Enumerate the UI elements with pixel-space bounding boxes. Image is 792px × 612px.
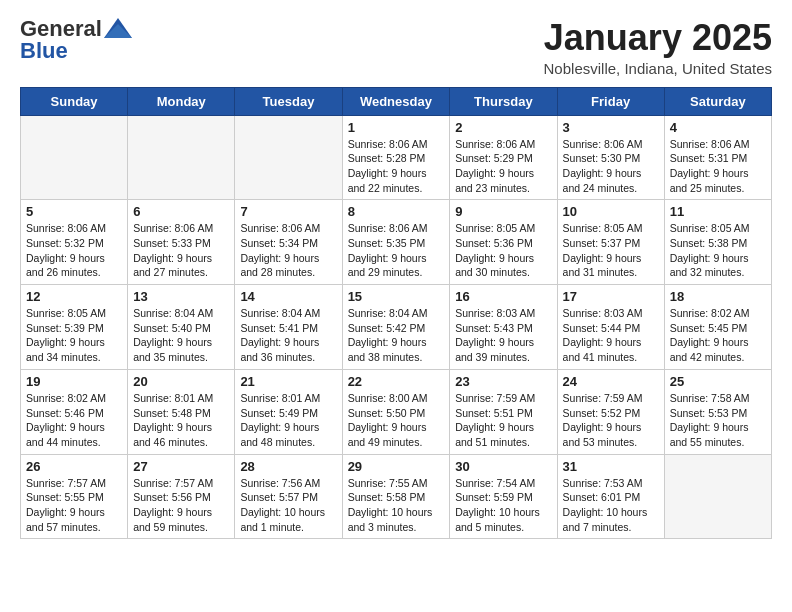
calendar-header-saturday: Saturday (664, 87, 771, 115)
calendar-day-cell: 4Sunrise: 8:06 AMSunset: 5:31 PMDaylight… (664, 115, 771, 200)
calendar-day-cell: 24Sunrise: 7:59 AMSunset: 5:52 PMDayligh… (557, 369, 664, 454)
day-info: Sunrise: 7:53 AMSunset: 6:01 PMDaylight:… (563, 476, 659, 535)
day-info: Sunrise: 8:05 AMSunset: 5:38 PMDaylight:… (670, 221, 766, 280)
day-number: 13 (133, 289, 229, 304)
calendar-day-cell: 2Sunrise: 8:06 AMSunset: 5:29 PMDaylight… (450, 115, 557, 200)
day-number: 3 (563, 120, 659, 135)
day-number: 8 (348, 204, 445, 219)
calendar-day-cell: 17Sunrise: 8:03 AMSunset: 5:44 PMDayligh… (557, 285, 664, 370)
day-info: Sunrise: 8:06 AMSunset: 5:30 PMDaylight:… (563, 137, 659, 196)
day-number: 16 (455, 289, 551, 304)
calendar-header-friday: Friday (557, 87, 664, 115)
day-info: Sunrise: 7:54 AMSunset: 5:59 PMDaylight:… (455, 476, 551, 535)
calendar-day-cell: 11Sunrise: 8:05 AMSunset: 5:38 PMDayligh… (664, 200, 771, 285)
calendar-day-cell: 8Sunrise: 8:06 AMSunset: 5:35 PMDaylight… (342, 200, 450, 285)
calendar-week-row: 5Sunrise: 8:06 AMSunset: 5:32 PMDaylight… (21, 200, 772, 285)
logo-text: General (20, 18, 132, 40)
calendar-header-monday: Monday (128, 87, 235, 115)
day-number: 7 (240, 204, 336, 219)
calendar-day-cell: 25Sunrise: 7:58 AMSunset: 5:53 PMDayligh… (664, 369, 771, 454)
day-info: Sunrise: 8:03 AMSunset: 5:43 PMDaylight:… (455, 306, 551, 365)
calendar-day-cell: 21Sunrise: 8:01 AMSunset: 5:49 PMDayligh… (235, 369, 342, 454)
day-number: 30 (455, 459, 551, 474)
calendar-day-cell: 20Sunrise: 8:01 AMSunset: 5:48 PMDayligh… (128, 369, 235, 454)
calendar-week-row: 19Sunrise: 8:02 AMSunset: 5:46 PMDayligh… (21, 369, 772, 454)
calendar-day-cell (128, 115, 235, 200)
calendar-day-cell (235, 115, 342, 200)
logo-general-text: General (20, 18, 102, 40)
calendar-day-cell: 18Sunrise: 8:02 AMSunset: 5:45 PMDayligh… (664, 285, 771, 370)
day-info: Sunrise: 7:57 AMSunset: 5:56 PMDaylight:… (133, 476, 229, 535)
day-info: Sunrise: 7:59 AMSunset: 5:52 PMDaylight:… (563, 391, 659, 450)
day-info: Sunrise: 8:03 AMSunset: 5:44 PMDaylight:… (563, 306, 659, 365)
calendar-day-cell: 27Sunrise: 7:57 AMSunset: 5:56 PMDayligh… (128, 454, 235, 539)
calendar-week-row: 1Sunrise: 8:06 AMSunset: 5:28 PMDaylight… (21, 115, 772, 200)
calendar-day-cell: 5Sunrise: 8:06 AMSunset: 5:32 PMDaylight… (21, 200, 128, 285)
day-number: 22 (348, 374, 445, 389)
calendar-day-cell: 14Sunrise: 8:04 AMSunset: 5:41 PMDayligh… (235, 285, 342, 370)
calendar-header-sunday: Sunday (21, 87, 128, 115)
day-number: 4 (670, 120, 766, 135)
calendar-day-cell: 6Sunrise: 8:06 AMSunset: 5:33 PMDaylight… (128, 200, 235, 285)
day-info: Sunrise: 8:06 AMSunset: 5:33 PMDaylight:… (133, 221, 229, 280)
day-number: 2 (455, 120, 551, 135)
day-info: Sunrise: 8:05 AMSunset: 5:39 PMDaylight:… (26, 306, 122, 365)
day-number: 17 (563, 289, 659, 304)
calendar-day-cell: 22Sunrise: 8:00 AMSunset: 5:50 PMDayligh… (342, 369, 450, 454)
day-number: 19 (26, 374, 122, 389)
day-number: 15 (348, 289, 445, 304)
day-number: 28 (240, 459, 336, 474)
day-info: Sunrise: 8:02 AMSunset: 5:45 PMDaylight:… (670, 306, 766, 365)
calendar-week-row: 12Sunrise: 8:05 AMSunset: 5:39 PMDayligh… (21, 285, 772, 370)
calendar-day-cell: 9Sunrise: 8:05 AMSunset: 5:36 PMDaylight… (450, 200, 557, 285)
header: General Blue January 2025 Noblesville, I… (20, 18, 772, 77)
day-info: Sunrise: 8:04 AMSunset: 5:41 PMDaylight:… (240, 306, 336, 365)
title-month: January 2025 (544, 18, 772, 58)
day-info: Sunrise: 8:06 AMSunset: 5:34 PMDaylight:… (240, 221, 336, 280)
title-block: January 2025 Noblesville, Indiana, Unite… (544, 18, 772, 77)
calendar-day-cell: 1Sunrise: 8:06 AMSunset: 5:28 PMDaylight… (342, 115, 450, 200)
day-number: 9 (455, 204, 551, 219)
calendar-day-cell: 23Sunrise: 7:59 AMSunset: 5:51 PMDayligh… (450, 369, 557, 454)
logo-icon (104, 18, 132, 38)
calendar-header-thursday: Thursday (450, 87, 557, 115)
day-number: 12 (26, 289, 122, 304)
day-info: Sunrise: 7:55 AMSunset: 5:58 PMDaylight:… (348, 476, 445, 535)
day-number: 25 (670, 374, 766, 389)
calendar-day-cell: 29Sunrise: 7:55 AMSunset: 5:58 PMDayligh… (342, 454, 450, 539)
day-number: 14 (240, 289, 336, 304)
day-info: Sunrise: 7:59 AMSunset: 5:51 PMDaylight:… (455, 391, 551, 450)
day-number: 23 (455, 374, 551, 389)
day-number: 20 (133, 374, 229, 389)
calendar-day-cell: 16Sunrise: 8:03 AMSunset: 5:43 PMDayligh… (450, 285, 557, 370)
calendar-header-row: SundayMondayTuesdayWednesdayThursdayFrid… (21, 87, 772, 115)
day-info: Sunrise: 7:58 AMSunset: 5:53 PMDaylight:… (670, 391, 766, 450)
day-number: 29 (348, 459, 445, 474)
day-info: Sunrise: 7:56 AMSunset: 5:57 PMDaylight:… (240, 476, 336, 535)
calendar-day-cell: 3Sunrise: 8:06 AMSunset: 5:30 PMDaylight… (557, 115, 664, 200)
calendar-table: SundayMondayTuesdayWednesdayThursdayFrid… (20, 87, 772, 540)
calendar-day-cell: 31Sunrise: 7:53 AMSunset: 6:01 PMDayligh… (557, 454, 664, 539)
day-number: 1 (348, 120, 445, 135)
calendar-header-tuesday: Tuesday (235, 87, 342, 115)
day-number: 18 (670, 289, 766, 304)
calendar-day-cell: 10Sunrise: 8:05 AMSunset: 5:37 PMDayligh… (557, 200, 664, 285)
day-number: 11 (670, 204, 766, 219)
day-number: 26 (26, 459, 122, 474)
logo: General Blue (20, 18, 132, 64)
day-info: Sunrise: 8:06 AMSunset: 5:32 PMDaylight:… (26, 221, 122, 280)
day-number: 10 (563, 204, 659, 219)
day-info: Sunrise: 8:02 AMSunset: 5:46 PMDaylight:… (26, 391, 122, 450)
day-number: 21 (240, 374, 336, 389)
day-info: Sunrise: 8:01 AMSunset: 5:48 PMDaylight:… (133, 391, 229, 450)
day-info: Sunrise: 8:04 AMSunset: 5:42 PMDaylight:… (348, 306, 445, 365)
logo-blue-text: Blue (20, 38, 68, 63)
calendar-day-cell: 15Sunrise: 8:04 AMSunset: 5:42 PMDayligh… (342, 285, 450, 370)
day-info: Sunrise: 8:06 AMSunset: 5:31 PMDaylight:… (670, 137, 766, 196)
calendar-day-cell: 28Sunrise: 7:56 AMSunset: 5:57 PMDayligh… (235, 454, 342, 539)
svg-marker-1 (104, 24, 132, 38)
day-info: Sunrise: 8:06 AMSunset: 5:35 PMDaylight:… (348, 221, 445, 280)
calendar-day-cell: 12Sunrise: 8:05 AMSunset: 5:39 PMDayligh… (21, 285, 128, 370)
day-info: Sunrise: 8:06 AMSunset: 5:29 PMDaylight:… (455, 137, 551, 196)
page: General Blue January 2025 Noblesville, I… (0, 0, 792, 557)
